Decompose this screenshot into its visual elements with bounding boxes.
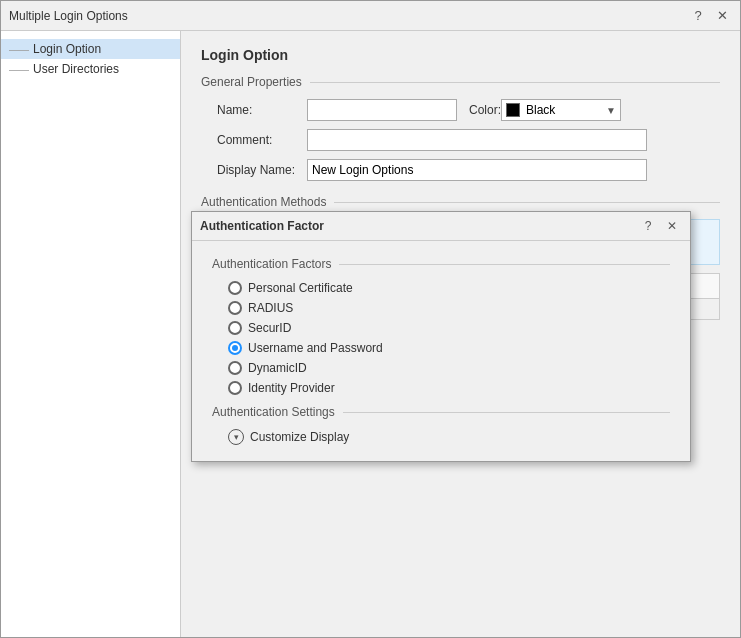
radio-circle-identity-provider	[228, 381, 242, 395]
radio-username-password[interactable]: Username and Password	[228, 341, 670, 355]
sidebar: —— Login Option —— User Directories	[1, 31, 181, 637]
radio-dynamicid[interactable]: DynamicID	[228, 361, 670, 375]
sidebar-item-user-directories[interactable]: —— User Directories	[1, 59, 180, 79]
sidebar-item-label: Login Option	[33, 42, 101, 56]
customize-row: ▾ Customize Display	[228, 429, 670, 445]
radio-circle-securid	[228, 321, 242, 335]
radio-label-securid: SecurID	[248, 321, 291, 335]
radio-label-personal-cert: Personal Certificate	[248, 281, 353, 295]
radio-label-radius: RADIUS	[248, 301, 293, 315]
dialog-help-button[interactable]: ?	[638, 217, 658, 235]
window-title: Multiple Login Options	[9, 9, 128, 23]
radio-personal-cert[interactable]: Personal Certificate	[228, 281, 670, 295]
radio-label-identity-provider: Identity Provider	[248, 381, 335, 395]
close-button[interactable]: ✕	[712, 6, 732, 26]
radio-circle-radius	[228, 301, 242, 315]
help-button[interactable]: ?	[688, 6, 708, 26]
right-panel: Login Option General Properties Name: Co…	[181, 31, 740, 637]
dialog-close-button[interactable]: ✕	[662, 217, 682, 235]
radio-circle-dynamicid	[228, 361, 242, 375]
main-content: —— Login Option —— User Directories Logi…	[1, 31, 740, 637]
dialog-title-buttons: ? ✕	[638, 217, 682, 235]
tree-line-2: ——	[9, 64, 29, 75]
radio-label-dynamicid: DynamicID	[248, 361, 307, 375]
radio-group: Personal Certificate RADIUS SecurID	[228, 281, 670, 395]
sidebar-item-login-option[interactable]: —— Login Option	[1, 39, 180, 59]
radio-label-username-password: Username and Password	[248, 341, 383, 355]
radio-securid[interactable]: SecurID	[228, 321, 670, 335]
customize-display-label: Customize Display	[250, 430, 349, 444]
dialog-content: Authentication Factors Personal Certific…	[192, 241, 690, 461]
dialog-overlay: Authentication Factor ? ✕ Authentication…	[181, 31, 740, 637]
radio-circle-username-password	[228, 341, 242, 355]
dialog-title: Authentication Factor	[200, 219, 324, 233]
radio-identity-provider[interactable]: Identity Provider	[228, 381, 670, 395]
expand-icon[interactable]: ▾	[228, 429, 244, 445]
title-bar-buttons: ? ✕	[688, 6, 732, 26]
tree-line: ——	[9, 44, 29, 55]
dialog-title-bar: Authentication Factor ? ✕	[192, 212, 690, 241]
main-window: Multiple Login Options ? ✕ —— Login Opti…	[0, 0, 741, 638]
auth-factor-dialog: Authentication Factor ? ✕ Authentication…	[191, 211, 691, 462]
auth-settings-section: Authentication Settings ▾ Customize Disp…	[212, 405, 670, 445]
sidebar-item-label-2: User Directories	[33, 62, 119, 76]
auth-factors-section-header: Authentication Factors	[212, 257, 670, 271]
title-bar: Multiple Login Options ? ✕	[1, 1, 740, 31]
radio-radius[interactable]: RADIUS	[228, 301, 670, 315]
auth-settings-header: Authentication Settings	[212, 405, 670, 419]
radio-circle-personal-cert	[228, 281, 242, 295]
